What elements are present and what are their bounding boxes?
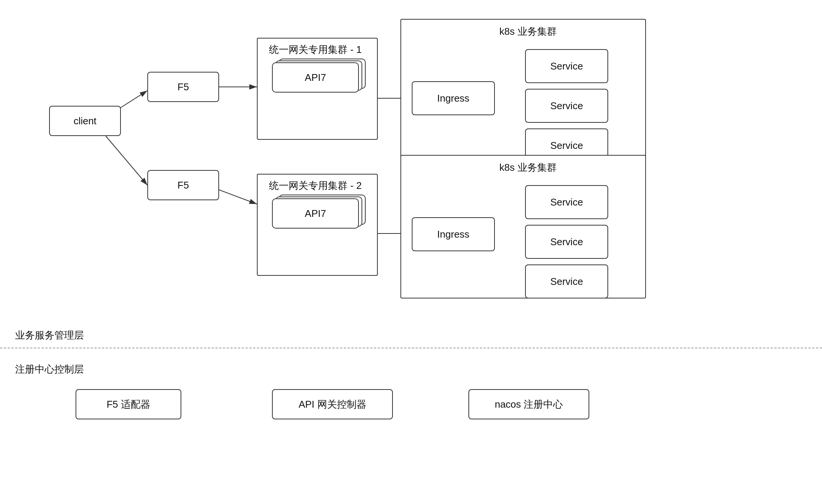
service-bottom-1-label: Service <box>550 196 583 208</box>
cluster2-title: 统一网关专用集群 - 2 <box>269 179 362 192</box>
f5-adapter-box: F5 适配器 <box>76 389 181 419</box>
ingress-top-box: Ingress <box>412 81 495 115</box>
ingress-bottom-label: Ingress <box>437 229 469 240</box>
api-gateway-controller-box: API 网关控制器 <box>272 389 393 419</box>
nacos-box: nacos 注册中心 <box>468 389 589 419</box>
service-top-3-label: Service <box>550 140 583 152</box>
layer2-label: 注册中心控制层 <box>15 363 84 376</box>
api7-top-label: API7 <box>305 72 326 83</box>
f5-top-box: F5 <box>147 72 219 102</box>
client-box: client <box>49 106 121 136</box>
cluster1-title: 统一网关专用集群 - 1 <box>269 43 362 56</box>
f5-top-label: F5 <box>178 81 189 93</box>
f5-bottom-box: F5 <box>147 170 219 200</box>
k8s-title2: k8s 业务集群 <box>499 161 557 174</box>
api7-bottom-label: API7 <box>305 208 326 220</box>
service-top-2: Service <box>525 89 608 123</box>
dashed-separator <box>0 348 822 348</box>
service-top-1: Service <box>525 49 608 83</box>
layer1-label: 业务服务管理层 <box>15 329 84 342</box>
k8s-title1: k8s 业务集群 <box>499 25 557 38</box>
f5-bottom-label: F5 <box>178 179 189 191</box>
ingress-top-label: Ingress <box>437 93 469 104</box>
api7-card-front: API7 <box>272 62 359 93</box>
service-bottom-1: Service <box>525 185 608 219</box>
ingress-bottom-box: Ingress <box>412 217 495 251</box>
diagram-container: client F5 F5 统一网关专用集群 - 1 API7 k8s 业务集群 … <box>0 0 822 504</box>
service-top-1-label: Service <box>550 60 583 72</box>
client-label: client <box>74 115 97 127</box>
service-bottom-3-label: Service <box>550 276 583 288</box>
nacos-label: nacos 注册中心 <box>495 398 563 411</box>
f5-adapter-label: F5 适配器 <box>107 398 150 411</box>
service-bottom-3: Service <box>525 264 608 298</box>
service-bottom-2: Service <box>525 225 608 259</box>
api-gateway-controller-label: API 网关控制器 <box>298 398 366 411</box>
svg-line-2 <box>106 136 147 185</box>
service-bottom-2-label: Service <box>550 236 583 248</box>
service-top-2-label: Service <box>550 100 583 112</box>
api7-card-frontb: API7 <box>272 198 359 229</box>
